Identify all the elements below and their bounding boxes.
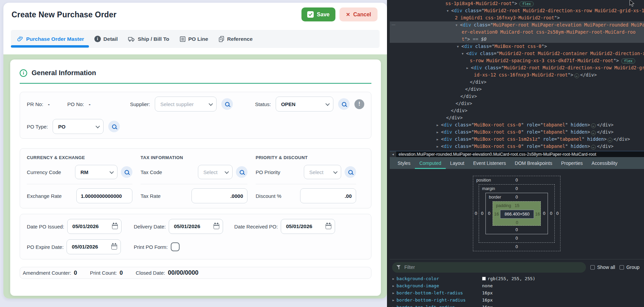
dom-tree-line[interactable]: </div>: [390, 107, 644, 114]
code-token: div: [444, 136, 452, 142]
position-right: 0: [555, 184, 560, 243]
code-token: div: [464, 44, 472, 49]
box-model-content[interactable]: 866.400×560: [500, 210, 534, 219]
status-search-button[interactable]: [338, 98, 350, 110]
computed-property-row[interactable]: ▶background-imagenone: [390, 282, 644, 289]
dom-tree-line[interactable]: ▶<div class="MuiBox-root css-0" role="ta…: [390, 121, 644, 129]
code-token: class: [452, 129, 469, 135]
filter-input[interactable]: Filter: [392, 262, 586, 273]
calendar-icon[interactable]: [326, 224, 331, 229]
color-swatch[interactable]: [482, 277, 486, 280]
computed-property-row[interactable]: ▶border-bottom-left-radius16px: [390, 289, 644, 296]
status-value: OPEN: [281, 101, 296, 107]
box-model-margin[interactable]: margin0 0 border0 0 padding15 16: [479, 184, 555, 243]
box-model-position[interactable]: position0 0 margin0 0 border0 0: [473, 176, 560, 251]
tax-rate-input[interactable]: [191, 188, 247, 203]
tab-purchase-order-master[interactable]: Purchase Order Master: [17, 36, 84, 42]
dom-tree-line[interactable]: </div>: [390, 86, 644, 93]
exchange-rate-input[interactable]: [76, 188, 132, 203]
computed-property-row[interactable]: ▶background-colorrgb(255, 255, 255): [390, 275, 644, 282]
supplier-search-button[interactable]: [221, 98, 233, 110]
dom-tree-line[interactable]: ▶<div class="MuiGrid2-root MuiGrid2-dire…: [390, 64, 644, 71]
box-model-padding[interactable]: padding15 16 866.400×560 16 0: [493, 201, 541, 226]
dom-tree-line[interactable]: ▶<div class="MuiBox-root css-0" role="ta…: [390, 143, 644, 150]
expand-more-icon: …: [591, 123, 596, 128]
tab-reference[interactable]: Reference: [218, 36, 253, 42]
code-token: <: [441, 122, 444, 127]
tab-label: Ship / Bill To: [138, 36, 169, 42]
tab-accessibility[interactable]: Accessibility: [587, 157, 622, 169]
group-checkbox[interactable]: Group: [620, 265, 640, 270]
code-token: role: [524, 122, 538, 127]
breadcrumb-back-icon[interactable]: [390, 151, 396, 157]
code-token: ">: [554, 15, 560, 20]
dom-tree-line[interactable]: s-row MuiGrid2-spacing-xs-3 css-dkd71f-M…: [390, 57, 644, 64]
tab-event-listeners[interactable]: Event Listeners: [469, 157, 511, 169]
truck-icon: [128, 36, 135, 42]
code-token: ">: [464, 36, 470, 42]
group-label: Group: [626, 265, 640, 270]
box-model-border[interactable]: border0 0 padding15 16 866.400×560: [485, 193, 548, 234]
tab-po-line[interactable]: PO Line: [180, 36, 208, 42]
print-po-form-checkbox[interactable]: [171, 242, 180, 251]
header-actions: Save Cancel: [301, 7, 378, 21]
code-token: </div>: [456, 101, 472, 106]
dom-tree-line[interactable]: id-xs-12 css-16fnxy3-MuiGrid2-root">…</d…: [390, 71, 644, 79]
currency-search-button[interactable]: [121, 166, 132, 178]
dom-tree-line[interactable]: 2 imgGird1 css-16fnxy3-MuiGrid2-root">: [390, 14, 644, 21]
tax-code-select[interactable]: Select: [198, 165, 233, 179]
status-select[interactable]: OPEN: [276, 97, 333, 112]
expand-arrow-icon[interactable]: ▶: [392, 291, 397, 295]
dom-tree-line[interactable]: ss-1pi8xg4-MuiGrid2-root">flex: [390, 0, 644, 7]
dom-tree-line[interactable]: ▶<div class="MuiBox-root css-0" role="ta…: [390, 129, 644, 136]
expand-arrow-icon[interactable]: ▶: [392, 299, 397, 302]
po-type-search-button[interactable]: [108, 121, 120, 132]
computed-property-row[interactable]: ▶border-top-left-radius16px: [390, 304, 644, 307]
show-all-checkbox[interactable]: Show all: [590, 265, 615, 270]
dom-tree-line[interactable]: </div>: [390, 79, 644, 86]
dom-tree-line[interactable]: er-elevation0 MuiCard-root css-2s58ym-Mu…: [390, 29, 644, 36]
pane-divider[interactable]: [387, 0, 390, 307]
dom-tree-line[interactable]: ▼<div class="MuiPaper-root MuiPaper-elev…: [390, 21, 644, 29]
po-priority-select[interactable]: Select: [304, 165, 341, 179]
priority-search-button[interactable]: [345, 166, 356, 178]
date-po-issued-label: Date PO Issued:: [27, 224, 64, 229]
tax-code-search-button[interactable]: [236, 166, 247, 178]
calendar-icon[interactable]: [111, 244, 117, 250]
cancel-button[interactable]: Cancel: [339, 7, 378, 21]
dom-tree-line[interactable]: </div>: [390, 100, 644, 107]
computed-property-row[interactable]: ▶border-bottom-right-radius16px: [390, 296, 644, 304]
tab-dom-breakpoints[interactable]: DOM Breakpoints: [510, 157, 556, 169]
dom-tree-line[interactable]: ▼<div class="MuiGrid2-root MuiGrid2-cont…: [390, 50, 644, 57]
currency-code-select[interactable]: RM: [75, 165, 117, 179]
cancel-label: Cancel: [353, 12, 371, 18]
tab-ship-bill-to[interactable]: Ship / Bill To: [128, 36, 169, 42]
expand-arrow-icon[interactable]: ▶: [392, 284, 397, 288]
tab-computed[interactable]: Computed: [415, 157, 446, 169]
dom-tree-line[interactable]: ▶<div class="MuiBox-root css-1sm2s1z" ro…: [390, 136, 644, 143]
currency-header: CURRENCY & EXCHANGE: [27, 155, 141, 160]
calendar-icon[interactable]: [214, 224, 219, 229]
property-name: background-image: [397, 283, 482, 288]
code-token: ss-1pi8xg4-MuiGrid2-root: [445, 1, 512, 6]
expand-arrow-icon[interactable]: ▶: [392, 306, 397, 307]
code-token: <: [441, 136, 444, 142]
save-button[interactable]: Save: [301, 7, 335, 21]
expand-arrow-icon[interactable]: ▶: [392, 277, 397, 280]
search-icon: [112, 124, 116, 129]
dom-tree-line[interactable]: </div>: [390, 114, 644, 121]
dom-tree-line[interactable]: ▼<div class="MuiBox-root css-0">: [390, 43, 644, 50]
tab-detail[interactable]: Detail: [94, 36, 118, 42]
calendar-icon[interactable]: [112, 224, 118, 229]
pr-no-value: -: [48, 101, 50, 107]
supplier-select[interactable]: Select supplier: [155, 97, 217, 112]
tab-properties[interactable]: Properties: [557, 157, 587, 169]
dom-tree-line[interactable]: ▼<div class="MuiGrid2-root MuiGrid2-dire…: [390, 7, 644, 14]
dom-tree-line[interactable]: </div>: [390, 93, 644, 100]
dom-tree-line[interactable]: t"> == $0: [390, 36, 644, 43]
po-type-select[interactable]: PO: [53, 119, 104, 134]
discount-input[interactable]: [300, 188, 356, 203]
tab-layout[interactable]: Layout: [446, 157, 469, 169]
tab-styles[interactable]: Styles: [393, 157, 415, 169]
divider: [256, 184, 356, 184]
